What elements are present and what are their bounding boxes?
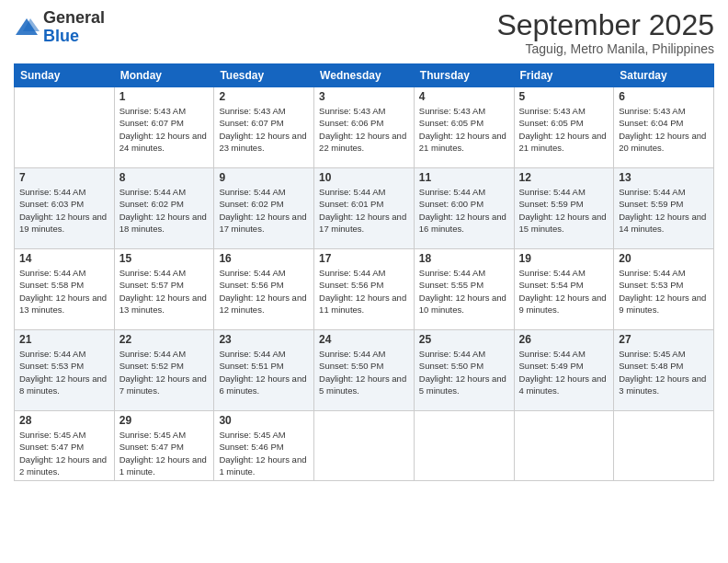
header-wednesday: Wednesday (314, 64, 415, 87)
sunset-text: Sunset: 6:02 PM (219, 199, 283, 209)
calendar-week-row: 14Sunrise: 5:44 AMSunset: 5:58 PMDayligh… (15, 249, 714, 330)
day-number: 4 (419, 90, 509, 103)
table-row: 25Sunrise: 5:44 AMSunset: 5:50 PMDayligh… (414, 330, 514, 411)
day-info: Sunrise: 5:44 AMSunset: 5:54 PMDaylight:… (519, 267, 609, 316)
daylight-text: Daylight: 12 hours and 24 minutes. (119, 131, 207, 153)
sunset-text: Sunset: 5:56 PM (319, 280, 383, 290)
logo: General Blue (14, 9, 105, 46)
sunset-text: Sunset: 5:58 PM (19, 280, 84, 290)
sunrise-text: Sunrise: 5:44 AM (19, 187, 85, 197)
day-number: 12 (519, 171, 609, 184)
month-title: September 2025 (496, 9, 714, 41)
daylight-text: Daylight: 12 hours and 3 minutes. (619, 373, 706, 396)
table-row: 28Sunrise: 5:45 AMSunset: 5:47 PMDayligh… (15, 411, 115, 481)
sunrise-text: Sunrise: 5:44 AM (319, 349, 385, 359)
table-row: 9Sunrise: 5:44 AMSunset: 6:02 PMDaylight… (214, 168, 314, 249)
sunrise-text: Sunrise: 5:43 AM (419, 106, 485, 116)
sunset-text: Sunset: 6:07 PM (119, 118, 184, 128)
sunset-text: Sunset: 5:47 PM (19, 442, 84, 452)
table-row: 3Sunrise: 5:43 AMSunset: 6:06 PMDaylight… (314, 87, 415, 168)
table-row: 21Sunrise: 5:44 AMSunset: 5:53 PMDayligh… (15, 330, 115, 411)
day-info: Sunrise: 5:44 AMSunset: 5:52 PMDaylight:… (119, 348, 210, 396)
daylight-text: Daylight: 12 hours and 10 minutes. (419, 293, 506, 315)
table-row: 4Sunrise: 5:43 AMSunset: 6:05 PMDaylight… (414, 87, 514, 168)
sunrise-text: Sunrise: 5:44 AM (519, 349, 586, 359)
calendar-week-row: 21Sunrise: 5:44 AMSunset: 5:53 PMDayligh… (15, 330, 714, 411)
sunrise-text: Sunrise: 5:44 AM (319, 268, 385, 278)
sunset-text: Sunset: 5:59 PM (519, 199, 584, 209)
sunrise-text: Sunrise: 5:43 AM (119, 106, 186, 116)
day-number: 21 (19, 333, 109, 346)
sunrise-text: Sunrise: 5:44 AM (519, 187, 586, 197)
sunset-text: Sunset: 6:03 PM (19, 199, 84, 209)
sunrise-text: Sunrise: 5:43 AM (319, 106, 385, 116)
daylight-text: Daylight: 12 hours and 5 minutes. (419, 373, 506, 396)
day-number: 22 (119, 333, 210, 346)
day-info: Sunrise: 5:45 AMSunset: 5:46 PMDaylight:… (219, 429, 309, 477)
day-number: 7 (19, 171, 109, 184)
daylight-text: Daylight: 12 hours and 17 minutes. (219, 212, 306, 234)
table-row: 15Sunrise: 5:44 AMSunset: 5:57 PMDayligh… (114, 249, 214, 330)
table-row: 5Sunrise: 5:43 AMSunset: 6:05 PMDaylight… (514, 87, 614, 168)
sunrise-text: Sunrise: 5:44 AM (419, 187, 485, 197)
table-row (614, 411, 714, 481)
calendar-week-row: 7Sunrise: 5:44 AMSunset: 6:03 PMDaylight… (15, 168, 714, 249)
table-row (414, 411, 514, 481)
sunrise-text: Sunrise: 5:44 AM (419, 268, 485, 278)
day-info: Sunrise: 5:44 AMSunset: 6:02 PMDaylight:… (119, 186, 210, 235)
sunrise-text: Sunrise: 5:43 AM (619, 106, 685, 116)
sunset-text: Sunset: 5:49 PM (519, 361, 584, 371)
sunset-text: Sunset: 6:06 PM (319, 118, 383, 128)
daylight-text: Daylight: 12 hours and 15 minutes. (519, 212, 607, 234)
sunrise-text: Sunrise: 5:44 AM (519, 268, 586, 278)
daylight-text: Daylight: 12 hours and 4 minutes. (519, 373, 607, 396)
table-row: 1Sunrise: 5:43 AMSunset: 6:07 PMDaylight… (114, 87, 214, 168)
day-number: 25 (419, 333, 509, 346)
table-row: 29Sunrise: 5:45 AMSunset: 5:47 PMDayligh… (114, 411, 214, 481)
sunset-text: Sunset: 5:50 PM (319, 361, 383, 371)
day-number: 29 (119, 414, 210, 427)
daylight-text: Daylight: 12 hours and 9 minutes. (619, 293, 706, 315)
day-number: 8 (119, 171, 210, 184)
sunset-text: Sunset: 6:04 PM (619, 118, 683, 128)
page: General Blue September 2025 Taguig, Metr… (0, 0, 728, 563)
sunrise-text: Sunrise: 5:44 AM (119, 268, 186, 278)
day-info: Sunrise: 5:44 AMSunset: 5:49 PMDaylight:… (519, 348, 609, 396)
day-number: 13 (619, 171, 709, 184)
day-info: Sunrise: 5:43 AMSunset: 6:07 PMDaylight:… (219, 105, 309, 154)
header-thursday: Thursday (414, 64, 514, 87)
sunset-text: Sunset: 5:51 PM (219, 361, 283, 371)
day-info: Sunrise: 5:44 AMSunset: 5:53 PMDaylight:… (19, 348, 109, 396)
day-info: Sunrise: 5:45 AMSunset: 5:47 PMDaylight:… (119, 429, 210, 477)
day-info: Sunrise: 5:43 AMSunset: 6:07 PMDaylight:… (119, 105, 210, 154)
day-number: 3 (319, 90, 409, 103)
header-tuesday: Tuesday (214, 64, 314, 87)
day-number: 2 (219, 90, 309, 103)
table-row: 26Sunrise: 5:44 AMSunset: 5:49 PMDayligh… (514, 330, 614, 411)
day-info: Sunrise: 5:43 AMSunset: 6:05 PMDaylight:… (519, 105, 609, 154)
sunrise-text: Sunrise: 5:44 AM (219, 268, 285, 278)
daylight-text: Daylight: 12 hours and 2 minutes. (19, 454, 107, 477)
daylight-text: Daylight: 12 hours and 17 minutes. (319, 212, 406, 234)
table-row (15, 87, 115, 168)
sunrise-text: Sunrise: 5:44 AM (619, 268, 685, 278)
logo-text: General Blue (43, 9, 105, 46)
table-row: 13Sunrise: 5:44 AMSunset: 5:59 PMDayligh… (614, 168, 714, 249)
table-row: 17Sunrise: 5:44 AMSunset: 5:56 PMDayligh… (314, 249, 415, 330)
table-row: 12Sunrise: 5:44 AMSunset: 5:59 PMDayligh… (514, 168, 614, 249)
sunset-text: Sunset: 5:53 PM (19, 361, 84, 371)
table-row: 20Sunrise: 5:44 AMSunset: 5:53 PMDayligh… (614, 249, 714, 330)
logo-blue-text: Blue (43, 27, 79, 45)
sunrise-text: Sunrise: 5:44 AM (619, 187, 685, 197)
daylight-text: Daylight: 12 hours and 18 minutes. (119, 212, 207, 234)
sunset-text: Sunset: 5:48 PM (619, 361, 683, 371)
sunrise-text: Sunrise: 5:44 AM (119, 187, 186, 197)
table-row: 8Sunrise: 5:44 AMSunset: 6:02 PMDaylight… (114, 168, 214, 249)
daylight-text: Daylight: 12 hours and 6 minutes. (219, 373, 306, 396)
sunrise-text: Sunrise: 5:44 AM (19, 349, 85, 359)
sunrise-text: Sunrise: 5:45 AM (19, 430, 85, 440)
day-number: 5 (519, 90, 609, 103)
table-row: 16Sunrise: 5:44 AMSunset: 5:56 PMDayligh… (214, 249, 314, 330)
day-number: 11 (419, 171, 509, 184)
day-number: 10 (319, 171, 409, 184)
